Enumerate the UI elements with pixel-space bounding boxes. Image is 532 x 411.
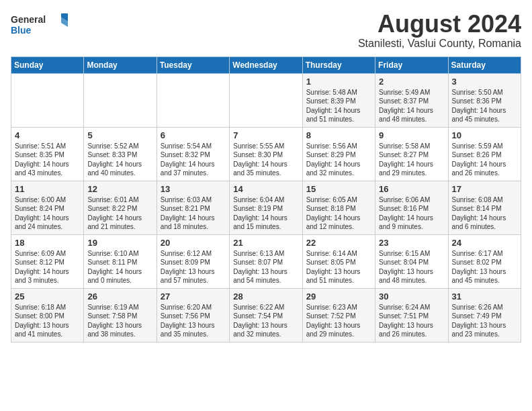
title-block: August 2024 Stanilesti, Vaslui County, R… — [358, 11, 521, 50]
day-info: Sunrise: 6:24 AM Sunset: 7:51 PM Dayligh… — [379, 303, 444, 339]
calendar-week-5: 25Sunrise: 6:18 AM Sunset: 8:00 PM Dayli… — [11, 288, 521, 342]
day-info: Sunrise: 6:12 AM Sunset: 8:09 PM Dayligh… — [161, 249, 226, 285]
day-number: 20 — [161, 238, 226, 248]
calendar-cell: 16Sunrise: 6:06 AM Sunset: 8:16 PM Dayli… — [375, 181, 448, 234]
svg-text:Blue: Blue — [11, 25, 32, 36]
day-number: 30 — [379, 291, 444, 302]
day-number: 13 — [161, 184, 226, 194]
header-sunday: Sunday — [11, 56, 84, 73]
calendar-cell: 20Sunrise: 6:12 AM Sunset: 8:09 PM Dayli… — [157, 234, 229, 288]
day-number: 27 — [161, 291, 226, 302]
day-info: Sunrise: 6:04 AM Sunset: 8:19 PM Dayligh… — [233, 195, 298, 232]
day-number: 15 — [306, 184, 371, 194]
header-thursday: Thursday — [302, 56, 375, 73]
day-number: 7 — [233, 130, 298, 140]
day-info: Sunrise: 6:26 AM Sunset: 7:49 PM Dayligh… — [452, 303, 517, 339]
day-info: Sunrise: 5:51 AM Sunset: 8:35 PM Dayligh… — [15, 142, 80, 178]
day-info: Sunrise: 6:22 AM Sunset: 7:54 PM Dayligh… — [233, 303, 298, 339]
day-number: 31 — [452, 291, 517, 302]
day-info: Sunrise: 5:48 AM Sunset: 8:39 PM Dayligh… — [306, 88, 371, 124]
logo-icon: General Blue — [11, 11, 71, 38]
day-number: 28 — [233, 291, 298, 302]
calendar-cell: 17Sunrise: 6:08 AM Sunset: 8:14 PM Dayli… — [448, 181, 521, 234]
calendar-cell: 21Sunrise: 6:13 AM Sunset: 8:07 PM Dayli… — [230, 234, 302, 288]
calendar-cell: 31Sunrise: 6:26 AM Sunset: 7:49 PM Dayli… — [448, 288, 521, 342]
day-info: Sunrise: 6:01 AM Sunset: 8:22 PM Dayligh… — [87, 195, 152, 232]
day-info: Sunrise: 6:23 AM Sunset: 7:52 PM Dayligh… — [306, 303, 371, 339]
calendar-table: SundayMondayTuesdayWednesdayThursdayFrid… — [11, 56, 521, 342]
calendar-week-3: 11Sunrise: 6:00 AM Sunset: 8:24 PM Dayli… — [11, 181, 521, 234]
day-number: 11 — [15, 184, 80, 194]
calendar-cell: 28Sunrise: 6:22 AM Sunset: 7:54 PM Dayli… — [230, 288, 302, 342]
day-number: 8 — [306, 130, 371, 140]
day-info: Sunrise: 5:56 AM Sunset: 8:29 PM Dayligh… — [306, 142, 371, 178]
day-number: 26 — [87, 291, 152, 302]
day-info: Sunrise: 6:14 AM Sunset: 8:05 PM Dayligh… — [306, 249, 371, 285]
day-info: Sunrise: 6:15 AM Sunset: 8:04 PM Dayligh… — [379, 249, 444, 285]
page-header: General Blue General Blue August 2024 St… — [11, 11, 521, 50]
calendar-cell: 30Sunrise: 6:24 AM Sunset: 7:51 PM Dayli… — [375, 288, 448, 342]
day-info: Sunrise: 6:13 AM Sunset: 8:07 PM Dayligh… — [233, 249, 298, 285]
day-number: 18 — [15, 238, 80, 248]
month-year: August 2024 — [358, 11, 521, 38]
day-number: 3 — [452, 77, 517, 87]
day-number: 16 — [379, 184, 444, 194]
day-info: Sunrise: 6:09 AM Sunset: 8:12 PM Dayligh… — [15, 249, 80, 285]
day-info: Sunrise: 5:55 AM Sunset: 8:30 PM Dayligh… — [233, 142, 298, 178]
day-info: Sunrise: 6:19 AM Sunset: 7:58 PM Dayligh… — [87, 303, 152, 339]
calendar-cell: 14Sunrise: 6:04 AM Sunset: 8:19 PM Dayli… — [230, 181, 302, 234]
day-number: 12 — [87, 184, 152, 194]
calendar-cell: 5Sunrise: 5:52 AM Sunset: 8:33 PM Daylig… — [84, 127, 157, 181]
day-info: Sunrise: 6:20 AM Sunset: 7:56 PM Dayligh… — [161, 303, 226, 339]
calendar-cell: 27Sunrise: 6:20 AM Sunset: 7:56 PM Dayli… — [157, 288, 229, 342]
day-number: 25 — [15, 291, 80, 302]
day-info: Sunrise: 6:05 AM Sunset: 8:18 PM Dayligh… — [306, 195, 371, 232]
day-number: 19 — [87, 238, 152, 248]
day-info: Sunrise: 6:08 AM Sunset: 8:14 PM Dayligh… — [452, 195, 517, 232]
calendar-cell: 26Sunrise: 6:19 AM Sunset: 7:58 PM Dayli… — [84, 288, 157, 342]
day-info: Sunrise: 6:06 AM Sunset: 8:16 PM Dayligh… — [379, 195, 444, 232]
day-number: 17 — [452, 184, 517, 194]
day-number: 2 — [379, 77, 444, 87]
calendar-cell: 3Sunrise: 5:50 AM Sunset: 8:36 PM Daylig… — [448, 73, 521, 127]
day-info: Sunrise: 5:54 AM Sunset: 8:32 PM Dayligh… — [161, 142, 226, 178]
day-info: Sunrise: 6:03 AM Sunset: 8:21 PM Dayligh… — [161, 195, 226, 232]
calendar-cell: 6Sunrise: 5:54 AM Sunset: 8:32 PM Daylig… — [157, 127, 229, 181]
day-number: 9 — [379, 130, 444, 140]
day-info: Sunrise: 5:49 AM Sunset: 8:37 PM Dayligh… — [379, 88, 444, 124]
calendar-cell: 24Sunrise: 6:17 AM Sunset: 8:02 PM Dayli… — [448, 234, 521, 288]
day-number: 14 — [233, 184, 298, 194]
calendar-week-1: 1Sunrise: 5:48 AM Sunset: 8:39 PM Daylig… — [11, 73, 521, 127]
calendar-cell: 15Sunrise: 6:05 AM Sunset: 8:18 PM Dayli… — [302, 181, 375, 234]
calendar-cell: 19Sunrise: 6:10 AM Sunset: 8:11 PM Dayli… — [84, 234, 157, 288]
location: Stanilesti, Vaslui County, Romania — [358, 38, 521, 50]
day-number: 23 — [379, 238, 444, 248]
calendar-week-4: 18Sunrise: 6:09 AM Sunset: 8:12 PM Dayli… — [11, 234, 521, 288]
calendar-cell — [157, 73, 229, 127]
day-info: Sunrise: 5:59 AM Sunset: 8:26 PM Dayligh… — [452, 142, 517, 178]
calendar-cell: 29Sunrise: 6:23 AM Sunset: 7:52 PM Dayli… — [302, 288, 375, 342]
day-number: 22 — [306, 238, 371, 248]
calendar-cell: 2Sunrise: 5:49 AM Sunset: 8:37 PM Daylig… — [375, 73, 448, 127]
day-number: 4 — [15, 130, 80, 140]
day-number: 21 — [233, 238, 298, 248]
calendar-cell: 23Sunrise: 6:15 AM Sunset: 8:04 PM Dayli… — [375, 234, 448, 288]
calendar-cell: 22Sunrise: 6:14 AM Sunset: 8:05 PM Dayli… — [302, 234, 375, 288]
day-number: 29 — [306, 291, 371, 302]
calendar-cell: 25Sunrise: 6:18 AM Sunset: 8:00 PM Dayli… — [11, 288, 84, 342]
calendar-cell: 9Sunrise: 5:58 AM Sunset: 8:27 PM Daylig… — [375, 127, 448, 181]
day-info: Sunrise: 6:10 AM Sunset: 8:11 PM Dayligh… — [87, 249, 152, 285]
day-number: 6 — [161, 130, 226, 140]
svg-text:General: General — [11, 14, 46, 25]
calendar-cell: 12Sunrise: 6:01 AM Sunset: 8:22 PM Dayli… — [84, 181, 157, 234]
logo: General Blue General Blue — [11, 11, 71, 38]
calendar-cell: 4Sunrise: 5:51 AM Sunset: 8:35 PM Daylig… — [11, 127, 84, 181]
calendar-header-row: SundayMondayTuesdayWednesdayThursdayFrid… — [11, 56, 521, 73]
header-saturday: Saturday — [448, 56, 521, 73]
day-info: Sunrise: 6:00 AM Sunset: 8:24 PM Dayligh… — [15, 195, 80, 232]
calendar-cell: 1Sunrise: 5:48 AM Sunset: 8:39 PM Daylig… — [302, 73, 375, 127]
calendar-cell: 18Sunrise: 6:09 AM Sunset: 8:12 PM Dayli… — [11, 234, 84, 288]
calendar-cell — [11, 73, 84, 127]
day-number: 24 — [452, 238, 517, 248]
header-friday: Friday — [375, 56, 448, 73]
